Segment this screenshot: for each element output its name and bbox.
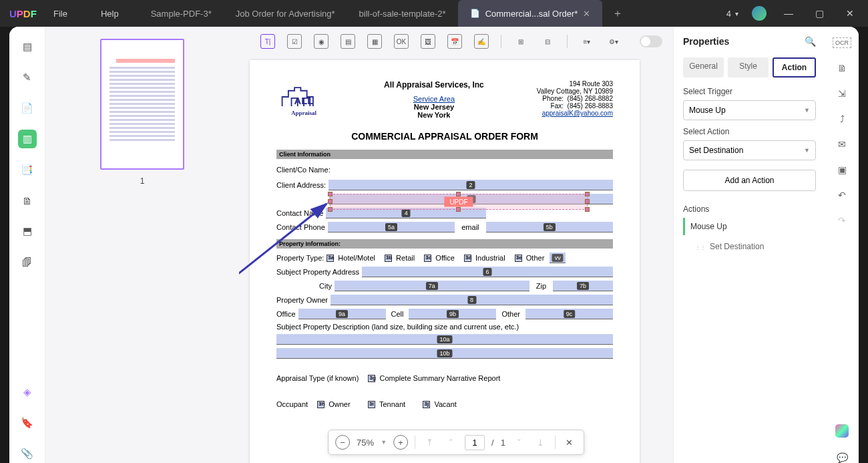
page-input[interactable]	[465, 435, 485, 450]
tab-3[interactable]: 📄Commercial...sal Order*✕	[458, 0, 603, 27]
service-area-link: Service Area	[339, 95, 529, 103]
order-tool[interactable]: ≡▾	[580, 34, 594, 49]
cb-industrial[interactable]: 3d	[464, 255, 471, 262]
button-tool[interactable]: OK	[394, 34, 409, 49]
maximize-button[interactable]: ▢	[811, 8, 828, 19]
field-9a[interactable]: 9a	[298, 309, 386, 319]
chat-icon[interactable]: 💬	[837, 452, 848, 463]
compress-icon[interactable]: ⇲	[838, 88, 846, 99]
account-icon[interactable]	[752, 6, 767, 21]
tab-general[interactable]: General	[683, 57, 724, 78]
tab-count[interactable]: 4▾	[726, 9, 738, 19]
text-field-tool[interactable]: T|	[260, 34, 275, 49]
more-tool[interactable]: ⚙▾	[606, 34, 621, 49]
file-menu[interactable]: File	[53, 9, 67, 19]
first-page-button[interactable]: ⤒	[422, 435, 437, 450]
action-sub-item[interactable]: Set Destination	[683, 239, 816, 254]
tab-action[interactable]: Action	[773, 57, 816, 78]
list-tool[interactable]: ▤	[341, 34, 355, 49]
layers-icon[interactable]: ◈	[18, 383, 37, 402]
organize-icon[interactable]: 📑	[18, 160, 37, 179]
selected-field[interactable]: UPDF	[330, 194, 588, 210]
help-menu[interactable]: Help	[101, 9, 119, 19]
company-email: appraisalK@yahoo.com	[542, 110, 613, 117]
email-icon[interactable]: ✉	[838, 139, 846, 150]
reader-icon[interactable]: ▤	[18, 37, 37, 56]
close-button[interactable]: ✕	[841, 8, 859, 19]
add-action-button[interactable]: Add an Action	[683, 170, 816, 191]
share-icon[interactable]: ⤴	[840, 114, 845, 124]
batch-icon[interactable]: ▣	[838, 164, 847, 175]
cb-vacant[interactable]: 3j	[423, 401, 430, 408]
action-item[interactable]: Mouse Up	[683, 218, 816, 235]
comment-icon[interactable]: ✎	[18, 68, 37, 87]
pdf-page: ALL Appraisal All Appraisal Services, In…	[250, 60, 640, 463]
ai-icon[interactable]	[835, 424, 849, 438]
close-icon[interactable]: ✕	[583, 9, 590, 19]
field-5a[interactable]: 5a	[328, 222, 455, 233]
edit-icon[interactable]: 📄	[18, 99, 37, 118]
trigger-select[interactable]: Mouse Up▼	[683, 100, 816, 120]
tab-style[interactable]: Style	[728, 57, 769, 78]
cb-apr[interactable]: 3g	[368, 375, 375, 382]
prev-page-button[interactable]: ˄	[443, 435, 458, 450]
field-5b[interactable]: 5b	[486, 222, 613, 233]
cb-other[interactable]: 3e	[515, 255, 522, 262]
field-6[interactable]: 6	[362, 267, 613, 277]
combo-tool[interactable]: ▦	[367, 34, 382, 49]
field-vv[interactable]: vv	[550, 253, 566, 263]
app-logo: UPDF	[0, 8, 40, 19]
cb-office[interactable]: 3c	[424, 255, 431, 262]
action-label: Select Action	[683, 127, 816, 136]
search-icon[interactable]: 🔍	[805, 36, 816, 47]
cb-hotel[interactable]: 3a	[327, 255, 334, 262]
zoom-level[interactable]: 75%	[357, 438, 374, 448]
action-select[interactable]: Set Destination▼	[683, 140, 816, 160]
protect-icon[interactable]: 🗐	[18, 253, 37, 271]
zoom-in-button[interactable]: +	[393, 435, 408, 450]
attachment-icon[interactable]: 📎	[18, 444, 37, 463]
new-tab-button[interactable]: ＋	[612, 7, 623, 21]
field-7b[interactable]: 7b	[553, 281, 613, 291]
minimize-button[interactable]: —	[780, 8, 797, 19]
tools-icon[interactable]: 🗎	[18, 191, 37, 210]
radio-tool[interactable]: ◉	[314, 34, 329, 49]
tab-1[interactable]: Job Order for Advertising*	[224, 0, 347, 27]
page-thumbnail-1[interactable]	[100, 39, 184, 170]
form-icon[interactable]: ▥	[18, 130, 37, 148]
close-footer-button[interactable]: ✕	[562, 435, 577, 450]
svg-text:ALL: ALL	[294, 96, 314, 106]
bookmark-icon[interactable]: 🔖	[18, 414, 37, 432]
crop-icon[interactable]: ⬒	[18, 222, 37, 241]
checkbox-tool[interactable]: ☑	[287, 34, 302, 49]
date-tool[interactable]: 📅	[447, 34, 462, 49]
preview-toggle[interactable]	[640, 35, 662, 47]
signature-tool[interactable]: ✍	[474, 34, 489, 49]
tab-0[interactable]: Sample-PDF-3*	[139, 0, 224, 27]
field-9b[interactable]: 9b	[409, 309, 496, 319]
cb-tennant[interactable]: 3i	[368, 401, 375, 408]
field-9c[interactable]: 9c	[525, 309, 613, 319]
cb-retail[interactable]: 3b	[385, 255, 392, 262]
cb-owner[interactable]: 3h	[317, 401, 324, 408]
convert-icon[interactable]: 🗎	[837, 63, 847, 73]
field-2[interactable]: 2	[329, 180, 613, 190]
page-footer: − 75%▼ + ⤒ ˄ /1 ˅ ⤓ ✕	[328, 430, 584, 455]
distribute-tool[interactable]: ⊟	[540, 34, 555, 49]
undo-icon[interactable]: ↶	[838, 190, 846, 200]
last-page-button[interactable]: ⤓	[533, 435, 548, 450]
field-10a[interactable]: 10a	[276, 334, 613, 345]
field-8[interactable]: 8	[331, 295, 613, 305]
properties-title: Properties	[683, 36, 729, 47]
field-7a[interactable]: 7a	[335, 281, 529, 291]
tab-2[interactable]: bill-of-sale-template-2*	[347, 0, 458, 27]
next-page-button[interactable]: ˅	[512, 435, 527, 450]
section-property: Property Information:	[276, 239, 613, 249]
align-tool[interactable]: ⊞	[513, 34, 528, 49]
zoom-out-button[interactable]: −	[335, 435, 350, 450]
field-10b[interactable]: 10b	[276, 348, 613, 359]
redo-icon[interactable]: ↷	[838, 215, 846, 226]
image-tool[interactable]: 🖼	[421, 34, 435, 49]
form-title: COMMERCIAL APPRAISAL ORDER FORM	[276, 131, 613, 142]
ocr-icon[interactable]: OCR	[833, 37, 851, 48]
